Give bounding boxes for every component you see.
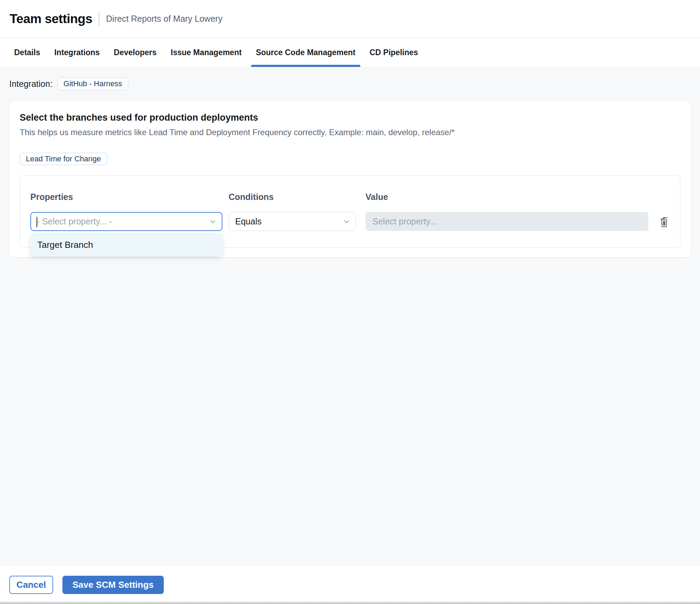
page-header: Team settings Direct Reports of Mary Low… (0, 0, 700, 38)
property-select[interactable]: - Select property... - (30, 212, 222, 231)
integration-chip[interactable]: GitHub - Harness (57, 77, 128, 90)
window-bottom-edge (0, 601, 700, 604)
tab-label: Issue Management (171, 48, 242, 57)
page-title: Team settings (10, 12, 92, 26)
tab-label: Details (14, 48, 40, 57)
conditions-label: Conditions (229, 192, 356, 201)
tab-label: Developers (114, 48, 157, 57)
condition-select[interactable]: Equals (229, 212, 356, 231)
settings-tabbar: Details Integrations Developers Issue Ma… (0, 38, 700, 67)
active-tab-underline (251, 65, 360, 67)
properties-label: Properties (30, 192, 222, 201)
cancel-button[interactable]: Cancel (9, 576, 53, 594)
condition-select-value: Equals (235, 217, 261, 226)
tab-issue-management[interactable]: Issue Management (166, 38, 247, 67)
chevron-down-icon (209, 218, 217, 226)
tab-label: Integrations (54, 48, 100, 57)
tab-label: Source Code Management (256, 48, 356, 57)
dropdown-option-target-branch[interactable]: Target Branch (30, 235, 222, 255)
title-separator (99, 12, 99, 26)
team-settings-page: Team settings Direct Reports of Mary Low… (0, 0, 700, 604)
tab-source-code-management[interactable]: Source Code Management (251, 38, 360, 67)
value-input[interactable] (366, 212, 648, 231)
footer-action-bar: Cancel Save SCM Settings (0, 565, 700, 604)
rule-labels-row: Properties Conditions Value (30, 192, 670, 212)
property-options-dropdown: Target Branch (30, 233, 222, 256)
tab-details[interactable]: Details (9, 38, 45, 67)
tab-integrations[interactable]: Integrations (49, 38, 104, 67)
rule-controls-row: - Select property... - Target Branch Equ… (30, 212, 670, 231)
integration-label: Integration: (9, 79, 52, 89)
trash-icon[interactable] (659, 215, 670, 228)
tab-developers[interactable]: Developers (109, 38, 161, 67)
card-heading: Select the branches used for production … (20, 112, 680, 123)
text-cursor (37, 217, 37, 227)
scm-settings-content: Integration: GitHub - Harness Select the… (0, 67, 700, 565)
rule-builder-box: Properties Conditions Value - Select pro… (20, 175, 680, 248)
save-scm-settings-button[interactable]: Save SCM Settings (62, 576, 164, 594)
property-select-placeholder: - Select property... - (37, 217, 112, 226)
page-subtitle: Direct Reports of Mary Lowery (106, 14, 223, 24)
integration-row: Integration: GitHub - Harness (9, 77, 691, 90)
production-branches-card: Select the branches used for production … (9, 101, 691, 257)
lead-time-for-change-chip[interactable]: Lead Time for Change (20, 153, 107, 165)
chevron-down-icon (342, 218, 351, 226)
tab-cd-pipelines[interactable]: CD Pipelines (365, 38, 423, 67)
value-label: Value (366, 192, 648, 201)
card-description: This helps us measure metrics like Lead … (20, 127, 680, 138)
tab-label: CD Pipelines (370, 48, 418, 57)
